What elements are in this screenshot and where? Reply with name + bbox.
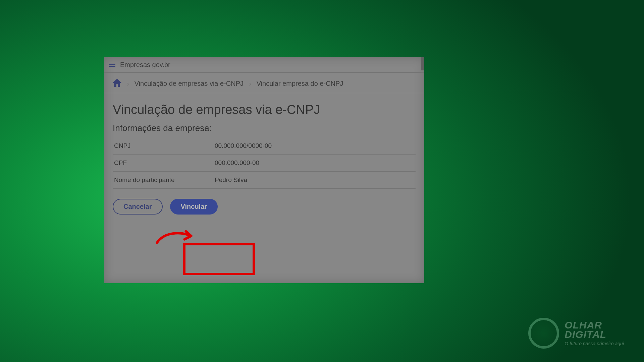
table-row: CNPJ 00.000.000/0000-00 [113,137,416,155]
table-row: CPF 000.000.000-00 [113,155,416,172]
annotation-highlight-box [183,243,255,275]
chevron-right-icon: › [249,80,251,87]
chevron-right-icon: › [127,80,129,87]
brand-watermark: OLHAR DIGITAL O futuro passa primeiro aq… [528,318,624,349]
brand-tagline: O futuro passa primeiro aqui [565,341,624,346]
background: Empresas gov.br › Vinculação de empresas… [0,0,644,362]
breadcrumb-item-2[interactable]: Vincular empresa do e-CNPJ [257,80,343,87]
vincular-button[interactable]: Vincular [170,199,218,215]
field-value-cpf: 000.000.000-00 [215,159,259,167]
home-icon[interactable] [113,79,121,88]
field-label-cpf: CPF [114,159,215,167]
field-value-cnpj: 00.000.000/0000-00 [215,142,272,149]
brand-name-2: DIGITAL [565,329,606,340]
page-title: Vinculação de empresas via e-CNPJ [113,103,416,117]
field-label-cnpj: CNPJ [114,142,215,149]
table-row: Nome do participante Pedro Silva [113,172,416,189]
app-title: Empresas gov.br [120,61,170,69]
breadcrumb: › Vinculação de empresas via e-CNPJ › Vi… [104,73,424,93]
app-bar: Empresas gov.br [104,57,424,73]
brand-logo-icon [528,318,559,349]
actions-row: Cancelar Vincular [113,199,416,215]
content-area: Vinculação de empresas via e-CNPJ Inform… [104,93,424,224]
menu-icon[interactable] [109,63,115,67]
cancel-button[interactable]: Cancelar [113,199,163,215]
field-label-nome: Nome do participante [114,176,215,184]
field-value-nome: Pedro Silva [215,176,247,184]
scrollbar[interactable] [421,57,424,70]
breadcrumb-item-1[interactable]: Vinculação de empresas via e-CNPJ [135,80,244,87]
app-window: Empresas gov.br › Vinculação de empresas… [104,57,424,283]
section-title: Informações da empresa: [113,123,416,133]
